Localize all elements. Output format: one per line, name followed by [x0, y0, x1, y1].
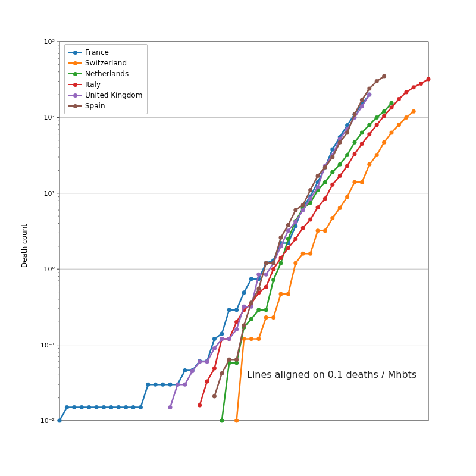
legend-swatch: [68, 95, 82, 96]
series-marker: [198, 403, 202, 407]
series-marker: [212, 367, 217, 371]
series-marker: [301, 226, 305, 230]
series-marker: [212, 394, 217, 398]
series-marker: [271, 278, 275, 282]
series-marker: [102, 405, 106, 409]
series-marker: [382, 140, 386, 145]
y-tick-label: 10³: [44, 38, 55, 46]
series-marker: [72, 405, 76, 409]
legend-swatch: [68, 62, 82, 64]
series-marker: [293, 220, 298, 224]
series-marker: [345, 195, 349, 199]
series-marker: [323, 228, 327, 233]
series-marker: [264, 261, 268, 265]
series-marker: [220, 331, 224, 336]
legend-item: United Kingdom: [68, 90, 142, 101]
series-marker: [308, 196, 312, 201]
series-marker: [95, 405, 99, 409]
series-marker: [367, 123, 371, 127]
legend-item: Spain: [68, 101, 142, 111]
series-marker: [234, 308, 239, 312]
legend-label: France: [85, 48, 109, 57]
series-marker: [375, 123, 379, 127]
series-marker: [220, 337, 224, 341]
series-marker: [58, 419, 62, 423]
series-marker: [367, 162, 371, 167]
series-marker: [382, 109, 386, 114]
series-marker: [345, 153, 349, 157]
chart: 10⁻²10⁻¹10⁰10¹10²10³ Death count Lines a…: [0, 0, 476, 476]
series-marker: [316, 185, 320, 189]
series-marker: [264, 285, 268, 289]
series-marker: [264, 315, 268, 320]
series-marker: [404, 90, 408, 95]
series-marker: [279, 236, 283, 240]
series-marker: [382, 114, 386, 118]
series-marker: [286, 223, 290, 227]
series-marker: [249, 277, 253, 281]
y-tick-label: 10⁻¹: [40, 342, 55, 349]
series-marker: [360, 104, 364, 108]
series-marker: [234, 327, 239, 331]
series-marker: [249, 337, 253, 341]
series-marker: [345, 164, 349, 168]
series-marker: [168, 405, 173, 409]
series-marker: [345, 130, 349, 134]
series-marker: [271, 315, 275, 320]
series-marker: [390, 101, 394, 105]
series-marker: [316, 228, 320, 233]
series-marker: [124, 405, 128, 409]
series-marker: [419, 82, 423, 86]
series-marker: [117, 405, 121, 409]
series-marker: [293, 208, 298, 212]
legend-label: United Kingdom: [85, 91, 142, 99]
series-marker: [87, 405, 91, 409]
series-marker: [227, 308, 231, 312]
series-marker: [242, 290, 246, 295]
annotation-text: Lines aligned on 0.1 deaths / Mhbts: [247, 369, 416, 380]
series-marker: [323, 165, 327, 170]
series-marker: [256, 273, 261, 277]
series-marker: [404, 115, 408, 120]
series-marker: [176, 383, 180, 387]
series-marker: [154, 383, 158, 387]
series-marker: [382, 74, 386, 79]
series-marker: [198, 359, 202, 364]
series-marker: [234, 358, 239, 362]
series-marker: [286, 292, 290, 296]
legend-swatch: [68, 105, 82, 107]
series-marker: [397, 97, 401, 101]
series-marker: [330, 183, 334, 187]
series-marker: [338, 206, 342, 210]
y-tick-label: 10⁰: [44, 265, 55, 273]
series-marker: [264, 273, 268, 277]
legend-label: Spain: [85, 102, 105, 110]
series-marker: [390, 130, 394, 134]
series-marker: [220, 419, 224, 423]
y-tick-label: 10¹: [44, 190, 55, 198]
series-marker: [139, 405, 143, 409]
series-marker: [397, 123, 401, 127]
series-marker: [412, 109, 416, 114]
legend-label: Switzerland: [85, 59, 127, 67]
series-marker: [293, 237, 298, 241]
series-marker: [412, 85, 416, 89]
series-marker: [316, 205, 320, 209]
legend-swatch: [68, 73, 82, 75]
series-marker: [353, 112, 357, 117]
series-marker: [279, 256, 283, 260]
series-marker: [279, 292, 283, 296]
series-marker: [375, 79, 379, 83]
y-tick-label: 10⁻²: [40, 417, 55, 425]
series-marker: [168, 383, 173, 387]
series-marker: [212, 346, 217, 350]
series-marker: [360, 98, 364, 102]
series-marker: [330, 170, 334, 174]
series-marker: [360, 142, 364, 146]
legend-item: Switzerland: [68, 58, 142, 68]
series-marker: [367, 86, 371, 90]
series-marker: [367, 132, 371, 136]
series-marker: [220, 371, 224, 375]
series-marker: [131, 405, 136, 409]
series-marker: [301, 252, 305, 256]
